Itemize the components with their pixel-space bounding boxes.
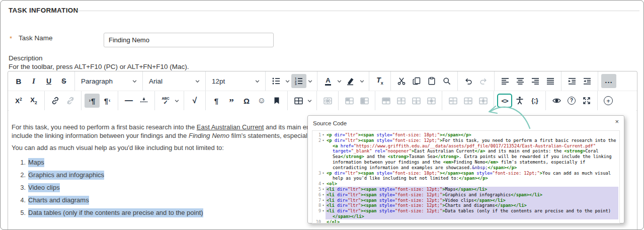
spellcheck-button-caret[interactable]	[173, 94, 181, 108]
preview-button[interactable]	[549, 94, 564, 108]
insert-plus-icon: +	[604, 96, 613, 105]
font-size-select[interactable]: 12pt	[209, 74, 262, 88]
chevron-down-icon	[307, 98, 312, 104]
list-item-text: Charts and diagrams	[28, 196, 89, 205]
insert-row-after-button[interactable]	[409, 94, 424, 108]
link-icon	[51, 96, 60, 105]
justify-button[interactable]	[543, 74, 558, 88]
delete-table-button[interactable]	[320, 94, 335, 108]
cut-button[interactable]	[394, 74, 409, 88]
background-color-button-caret[interactable]	[358, 74, 366, 88]
bold-button[interactable]: B	[11, 74, 26, 88]
list-item-text: Video clips	[28, 183, 60, 192]
anchor-button[interactable]	[269, 94, 284, 108]
emoticon-button[interactable]: ☺	[254, 94, 269, 108]
toolbar-group	[561, 71, 598, 91]
align-right-button[interactable]	[528, 74, 543, 88]
background-color-button[interactable]	[343, 74, 358, 88]
dialog-close-icon[interactable]: ×	[615, 118, 619, 125]
help-button[interactable]: ?	[564, 94, 579, 108]
chevron-down-icon	[174, 98, 180, 104]
bullet-list-button[interactable]	[269, 74, 284, 88]
font-family-select[interactable]: Arial	[146, 74, 202, 88]
numbered-list-button[interactable]: 123	[291, 74, 306, 88]
task-name-input[interactable]	[104, 33, 274, 47]
font-size-select-label: 12pt	[212, 78, 225, 85]
blockquote-button[interactable]: ”	[224, 94, 239, 108]
delete-row-button[interactable]	[424, 94, 439, 108]
toolbar-group: √	[184, 91, 205, 110]
remove-link-button[interactable]	[63, 94, 78, 108]
insert-column-after-button[interactable]	[460, 94, 475, 108]
insert-table-button[interactable]	[291, 94, 306, 108]
accessibility-checker-button[interactable]	[512, 94, 527, 108]
spellcheck-button[interactable]: ABC✓	[158, 94, 173, 108]
source-code-editor[interactable]: 1▾<p dir="ltr"><span style="font-size: 1…	[312, 130, 620, 223]
toolbar-group: X2X2	[8, 91, 44, 110]
source-code-dialog: Source Code × 1▾<p dir="ltr"><span style…	[307, 115, 624, 223]
superscript-button[interactable]: X2	[11, 94, 26, 108]
toolbar-group	[287, 91, 316, 110]
source-code-line: 10</ol>	[312, 219, 618, 223]
insert-link-button[interactable]	[48, 94, 63, 108]
insert-row-before-button[interactable]	[393, 94, 409, 108]
math-editor-button[interactable]: √	[187, 94, 202, 108]
insert-column-before-button[interactable]	[445, 94, 460, 108]
horizontal-rule-button[interactable]: —	[121, 94, 136, 108]
special-character-button[interactable]: Ω	[239, 94, 254, 108]
chevron-down-icon	[359, 79, 365, 84]
align-center-button[interactable]	[513, 74, 528, 88]
bullet-list-button-caret[interactable]	[284, 74, 291, 88]
outdent-icon	[583, 76, 592, 86]
clear-formatting-button[interactable]: Tx	[372, 74, 387, 88]
text-color-button-caret[interactable]	[336, 74, 343, 88]
merge-cells-button[interactable]	[357, 94, 372, 108]
insert-content-button[interactable]: +	[601, 94, 616, 108]
underline-button[interactable]: U	[41, 74, 56, 88]
paste-button[interactable]	[424, 74, 439, 88]
toolbar-group	[442, 91, 494, 110]
italic-button[interactable]: I	[26, 74, 41, 88]
show-invisibles-button[interactable]: ¶	[209, 94, 224, 108]
paragraph-style-select-label: Paragraph	[81, 78, 113, 85]
toolbar-group	[338, 91, 375, 110]
copy-button[interactable]	[409, 74, 424, 88]
cell-properties-button[interactable]	[342, 94, 357, 108]
undo-button[interactable]	[461, 74, 476, 88]
paragraph-style-select[interactable]: Paragraph	[78, 74, 139, 88]
source-code-line: 2▾<p dir="ltr"><span style="font-size: 1…	[312, 138, 618, 171]
outdent-button[interactable]	[580, 74, 595, 88]
source-code-line: 4▾<ol>	[312, 181, 618, 187]
search-button[interactable]	[439, 74, 454, 88]
text-color-button[interactable]: A	[320, 74, 336, 88]
cell-properties-icon	[345, 97, 354, 105]
align-left-button[interactable]	[498, 74, 513, 88]
task-information-page: TASK INFORMATION * Task Name Description…	[0, 0, 644, 230]
numbered-list-button-caret[interactable]	[306, 74, 314, 88]
indent-button[interactable]	[565, 74, 580, 88]
line-number-gutter: 3▾	[312, 171, 326, 182]
rtl-paragraph-button[interactable]: ¶‹	[100, 94, 115, 108]
fullscreen-button[interactable]	[579, 94, 594, 108]
svg-text:3: 3	[295, 83, 297, 86]
row-properties-button[interactable]	[378, 94, 393, 108]
fold-arrow-icon: ▾	[321, 203, 326, 208]
delete-column-button[interactable]	[475, 94, 491, 108]
pagebreak-icon	[139, 96, 148, 105]
page-break-button[interactable]	[136, 94, 151, 108]
more-toolbar-button[interactable]: ...	[601, 74, 616, 88]
ltr-paragraph-button[interactable]: ›¶	[85, 94, 100, 108]
line-number-gutter: 10	[312, 219, 326, 223]
strikethrough-button[interactable]: S	[56, 74, 71, 88]
backcolor-icon	[346, 76, 355, 86]
redo-button[interactable]	[476, 74, 491, 88]
clearfmt-icon: Tx	[376, 76, 383, 86]
subscript-button[interactable]: X2	[26, 94, 41, 108]
code-sample-button[interactable]: {;}	[527, 94, 542, 108]
insert-table-button-caret[interactable]	[306, 94, 313, 108]
fold-arrow-icon: ▾	[321, 181, 326, 187]
subscript-icon: X2	[30, 97, 37, 105]
hr-icon: —	[125, 97, 133, 105]
toolbar-group: +	[597, 91, 619, 110]
source-code-button[interactable]: <>	[497, 94, 512, 108]
